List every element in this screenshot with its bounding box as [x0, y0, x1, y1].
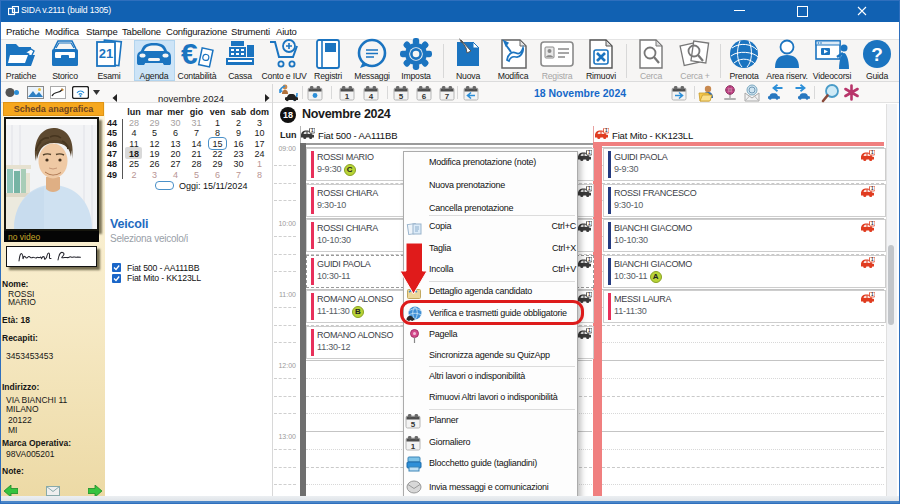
- svg-text:7: 7: [445, 92, 450, 101]
- svg-text:?: ?: [871, 44, 883, 65]
- svg-text:21: 21: [99, 46, 113, 61]
- svg-text:€: €: [181, 39, 198, 69]
- svg-text:5: 5: [399, 92, 404, 101]
- svg-text:6: 6: [422, 92, 427, 101]
- svg-text:5: 5: [411, 420, 416, 429]
- svg-text:1: 1: [345, 92, 350, 101]
- svg-text:4: 4: [369, 92, 374, 101]
- svg-text:1: 1: [411, 442, 416, 451]
